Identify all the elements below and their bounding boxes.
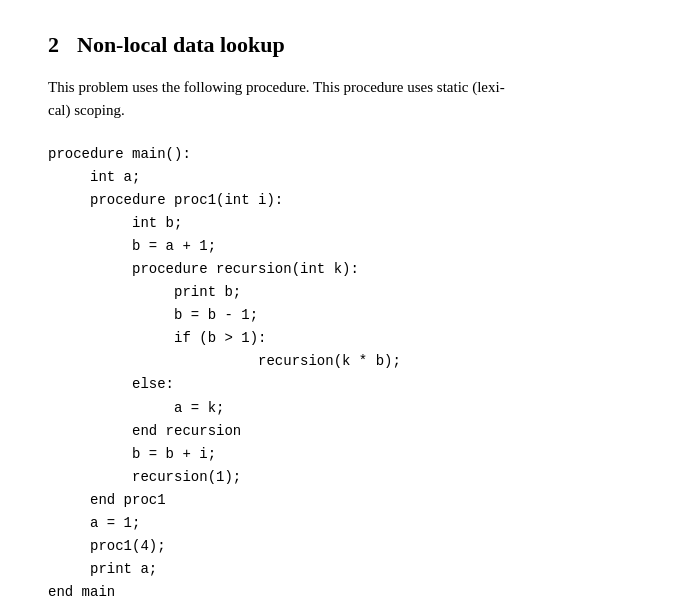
description-line2: cal) scoping. [48,102,125,118]
section-title: Non-local data lookup [77,32,285,58]
description-line1: This problem uses the following procedur… [48,79,505,95]
section-number: 2 [48,32,59,58]
section-header: 2 Non-local data lookup [48,32,652,58]
section-container: 2 Non-local data lookup This problem use… [48,32,652,604]
description: This problem uses the following procedur… [48,76,652,123]
code-block: procedure main(): int a; procedure proc1… [48,143,652,605]
